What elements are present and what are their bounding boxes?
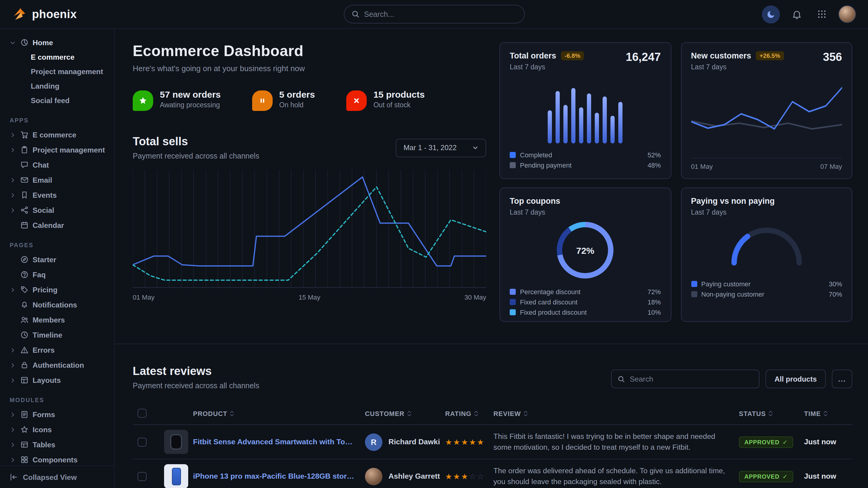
sidebar-item-social[interactable]: Social: [5, 202, 109, 218]
customer-name: Richard Dawkins: [389, 438, 440, 446]
sidebar-subitem-social-feed[interactable]: Social feed: [5, 93, 109, 108]
total-sells-header: Total sells Payment received across all …: [133, 135, 486, 160]
total-sells-title: Total sells: [133, 135, 259, 148]
user-avatar[interactable]: [838, 5, 856, 23]
column-header-customer[interactable]: CUSTOMER: [360, 402, 440, 425]
dashboard-cards: Total orders -6.8% Last 7 days 16,247 Co…: [499, 42, 852, 322]
customer-name: Ashley Garrett: [389, 472, 440, 481]
caret-right-icon: [10, 457, 16, 463]
stat-subtitle: Out of stock: [373, 101, 425, 108]
caret-right-icon: [10, 192, 16, 198]
sidebar-item-members[interactable]: Members: [5, 312, 109, 327]
caret-right-icon: [10, 362, 16, 368]
grid-icon: [21, 456, 28, 464]
collapsed-view-toggle[interactable]: Collapsed View: [0, 465, 114, 488]
row-checkbox[interactable]: [137, 437, 147, 446]
product-link[interactable]: iPhone 13 pro max-Pacific Blue-128GB sto…: [193, 472, 355, 481]
sidebar-item-tables[interactable]: Tables: [5, 437, 109, 452]
star-icon: [21, 426, 28, 433]
status-badge: APPROVED ✓: [739, 436, 793, 448]
stat-5-orders: 5 ordersOn hold: [252, 89, 315, 111]
reviews-search-input[interactable]: [630, 375, 753, 383]
total-sells-line-chart: [133, 170, 486, 288]
card-title: Total orders: [510, 51, 556, 60]
select-all-checkbox[interactable]: [137, 409, 147, 418]
legend-label: Completed: [520, 151, 552, 158]
page-title: Ecommerce Dashboard: [133, 42, 486, 60]
sidebar-item-home[interactable]: Home: [5, 35, 109, 50]
sidebar-item-chat[interactable]: Chat: [5, 157, 109, 172]
more-options-button[interactable]: ...: [832, 369, 852, 388]
clipboard-icon: [21, 146, 28, 154]
sidebar-submenu: E commerceProject managementLandingSocia…: [5, 50, 109, 108]
card-title: Top coupons: [510, 197, 560, 205]
latest-reviews-section: Latest reviews Payment received across a…: [133, 365, 852, 488]
all-products-button[interactable]: All products: [766, 369, 826, 388]
column-header-status[interactable]: STATUS: [734, 402, 799, 425]
thumbnail-column-header: [159, 402, 188, 425]
legend-item-non-paying-customer: Non-paying customer70%: [691, 289, 842, 299]
sidebar-subitem-landing[interactable]: Landing: [5, 79, 109, 93]
rating-stars: ★★★★★: [445, 437, 485, 446]
sidebar-item-starter[interactable]: Starter: [5, 252, 109, 267]
legend-item-percentage-discount: Percentage discount72%: [510, 286, 661, 297]
notifications-button[interactable]: [789, 6, 805, 22]
sidebar-item-faq[interactable]: Faq: [5, 267, 109, 282]
stat-subtitle: On hold: [279, 101, 315, 108]
sidebar-item-events[interactable]: Events: [5, 188, 109, 202]
sidebar-item-e-commerce[interactable]: E commerce: [5, 127, 109, 142]
sidebar-item-project-management[interactable]: Project management: [5, 142, 109, 157]
sidebar-item-components[interactable]: Components: [5, 452, 109, 467]
sidebar-item-forms[interactable]: Forms: [5, 407, 109, 422]
warning-icon: [21, 346, 28, 354]
brand[interactable]: phoenix: [12, 7, 77, 22]
bookmark-icon: [21, 191, 28, 199]
legend-swatch: [691, 291, 697, 297]
share-icon: [21, 206, 28, 214]
top-coupons-donut-chart: 72%: [557, 222, 614, 279]
row-checkbox[interactable]: [137, 472, 147, 481]
card-top-coupons: Top coupons Last 7 days 72% Percentage d…: [499, 188, 671, 322]
total-sells-subtitle: Payment received across all channels: [133, 152, 259, 160]
sidebar-item-email[interactable]: Email: [5, 172, 109, 188]
sidebar-item-label: Authentication: [33, 361, 84, 369]
card-new-customers: New customers +26.5% Last 7 days 356 01 …: [681, 42, 852, 179]
bar: [548, 110, 552, 143]
column-header-rating[interactable]: RATING: [440, 402, 489, 425]
sidebar-item-label: Errors: [33, 346, 55, 354]
sidebar-item-layouts[interactable]: Layouts: [5, 372, 109, 388]
question-icon: [21, 271, 28, 279]
sidebar-item-calendar[interactable]: Calendar: [5, 218, 109, 233]
chevron-down-icon: [472, 145, 478, 151]
new-customers-value: 356: [823, 51, 842, 64]
apps-grid-button[interactable]: [814, 6, 829, 22]
sidebar-item-timeline[interactable]: Timeline: [5, 327, 109, 343]
collapsed-view-label: Collapsed View: [23, 473, 76, 481]
reviews-search: [611, 369, 760, 388]
caret-right-icon: [10, 287, 16, 293]
new-customers-line-chart: [691, 75, 842, 158]
bar: [579, 107, 584, 143]
product-thumbnail: [164, 430, 188, 454]
search-input[interactable]: [364, 10, 517, 19]
sidebar-item-authentication[interactable]: Authentication: [5, 357, 109, 372]
sidebar-item-pricing[interactable]: Pricing: [5, 282, 109, 297]
column-header-time[interactable]: TIME: [799, 402, 852, 425]
dark-mode-toggle[interactable]: [762, 5, 780, 23]
bar: [564, 105, 568, 143]
column-header-product[interactable]: PRODUCT: [188, 402, 360, 425]
sidebar-item-errors[interactable]: Errors: [5, 343, 109, 357]
sidebar-item-notifications[interactable]: Notifications: [5, 297, 109, 312]
star-icon: [133, 90, 153, 111]
sidebar-item-label: Home: [33, 38, 53, 47]
sidebar-item-icons[interactable]: Icons: [5, 422, 109, 437]
product-link[interactable]: Fitbit Sense Advanced Smartwatch with To…: [193, 438, 355, 446]
top-navbar: phoenix: [0, 0, 868, 29]
sidebar-subitem-project-management[interactable]: Project management: [5, 65, 109, 79]
sidebar-item-label: Project management: [33, 145, 105, 154]
pause-icon: [252, 90, 273, 111]
column-header-review[interactable]: REVIEW: [489, 402, 734, 425]
date-range-value: Mar 1 - 31, 2022: [404, 143, 457, 152]
date-range-select[interactable]: Mar 1 - 31, 2022: [396, 138, 486, 157]
sidebar-subitem-e-commerce[interactable]: E commerce: [5, 50, 109, 65]
